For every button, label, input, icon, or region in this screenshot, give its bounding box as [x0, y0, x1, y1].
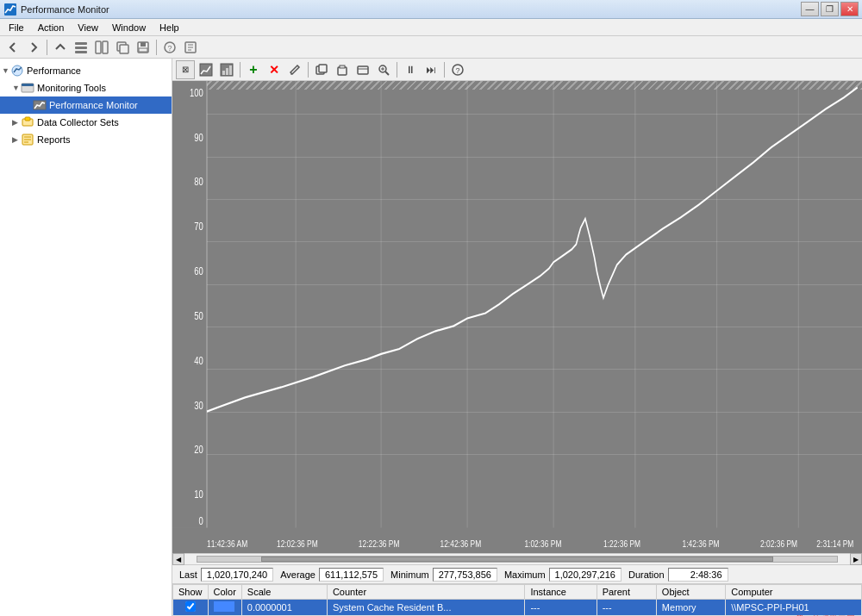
- toolbar-sep-2: [156, 40, 157, 55]
- table-row[interactable]: 0.0000001 System Cache Resident B... ---…: [173, 600, 862, 616]
- performance-icon: [10, 64, 24, 78]
- last-value: 1,020,170,240: [201, 568, 273, 582]
- svg-rect-29: [222, 71, 225, 75]
- help-button[interactable]: ?: [160, 38, 179, 57]
- sidebar-item-monitoring-tools[interactable]: ▼ Monitoring Tools: [0, 79, 172, 96]
- reports-icon: [21, 133, 34, 146]
- app-icon: [3, 3, 17, 16]
- title-bar: Performance Monitor — ❐ ✕: [0, 0, 862, 19]
- back-button[interactable]: [3, 38, 22, 57]
- svg-text:40: 40: [194, 354, 203, 366]
- svg-text:70: 70: [194, 221, 203, 233]
- sidebar-item-perf-monitor[interactable]: ▶ Performance Monitor: [0, 96, 172, 114]
- svg-text:10: 10: [194, 488, 203, 501]
- row-counter: System Cache Resident B...: [327, 600, 525, 616]
- svg-text:60: 60: [194, 265, 203, 277]
- svg-text:0: 0: [199, 515, 203, 527]
- chart-view-button[interactable]: ⊠: [176, 60, 195, 79]
- svg-text:1:02:36 PM: 1:02:36 PM: [524, 538, 561, 549]
- sidebar-item-reports[interactable]: ▶ Reports: [0, 131, 172, 148]
- edit-counter-button[interactable]: [285, 60, 304, 79]
- svg-text:30: 30: [194, 399, 203, 411]
- restore-button[interactable]: ❐: [821, 2, 839, 16]
- clear-button[interactable]: [353, 60, 372, 79]
- menu-help[interactable]: Help: [153, 21, 186, 34]
- chart-type-button[interactable]: [217, 60, 236, 79]
- col-computer: Computer: [726, 585, 862, 600]
- svg-rect-3: [75, 51, 87, 53]
- svg-rect-4: [96, 41, 101, 53]
- chart-help-button[interactable]: ?: [448, 60, 467, 79]
- menu-bar: File Action View Window Help: [0, 19, 862, 36]
- chart-sep-1: [240, 62, 240, 78]
- scroll-left-button[interactable]: ◀: [172, 553, 184, 565]
- title-bar-text: Performance Monitor: [21, 4, 801, 15]
- sidebar: ▼ Performance ▼ Monitoring Tools ▶: [0, 59, 172, 616]
- title-bar-buttons: — ❐ ✕: [801, 2, 859, 16]
- chart-toolbar: ⊠ + ✕: [172, 59, 862, 81]
- row-show: [173, 600, 209, 616]
- expand-icon-reports: ▶: [12, 135, 21, 144]
- copy-button[interactable]: [312, 60, 331, 79]
- col-object: Object: [656, 585, 725, 600]
- scroll-track[interactable]: [197, 556, 838, 563]
- perf-monitor-icon: [33, 98, 47, 112]
- color-swatch: [214, 601, 234, 612]
- up-button[interactable]: [51, 38, 70, 57]
- average-value: 611,112,575: [319, 568, 384, 582]
- svg-text:2:31:14 PM: 2:31:14 PM: [816, 538, 853, 549]
- svg-rect-19: [22, 84, 34, 86]
- monitoring-tools-icon: [21, 81, 34, 95]
- paste-button[interactable]: [333, 60, 352, 79]
- show-checkbox[interactable]: [185, 601, 196, 612]
- next-button[interactable]: ⏭: [422, 60, 440, 79]
- sidebar-item-performance[interactable]: ▼ Performance: [0, 62, 172, 79]
- remove-counter-button[interactable]: ✕: [265, 60, 284, 79]
- chart-sep-4: [444, 62, 445, 78]
- view-button[interactable]: [72, 38, 91, 57]
- show-hide-button[interactable]: [92, 38, 111, 57]
- row-scale: 0.0000001: [241, 600, 327, 616]
- sidebar-item-data-collector[interactable]: ▶ Data Collector Sets: [0, 114, 172, 131]
- properties-button[interactable]: [181, 38, 200, 57]
- data-table-container: Show Color Scale Counter Instance Parent…: [172, 584, 862, 616]
- row-object: Memory: [656, 600, 725, 616]
- chart-area: 100 90 80 70 60 50 40 30 20 10 0: [172, 81, 862, 553]
- col-parent: Parent: [597, 585, 656, 600]
- col-show: Show: [173, 585, 209, 600]
- forward-button[interactable]: [24, 38, 43, 57]
- svg-rect-1: [75, 42, 87, 45]
- scrollbar-area: ◀ ▶: [172, 553, 862, 565]
- new-window-button[interactable]: [113, 38, 132, 57]
- svg-text:12:42:36 PM: 12:42:36 PM: [440, 538, 482, 549]
- scroll-thumb[interactable]: [261, 557, 773, 562]
- close-button[interactable]: ✕: [840, 2, 859, 16]
- data-collector-label: Data Collector Sets: [37, 117, 119, 128]
- svg-text:?: ?: [167, 44, 172, 53]
- pause-button[interactable]: ⏸: [401, 60, 420, 79]
- zoom-button[interactable]: [374, 60, 393, 79]
- scroll-right-button[interactable]: ▶: [850, 553, 862, 565]
- svg-text:11:42:36 AM: 11:42:36 AM: [207, 538, 247, 549]
- chart-sep-2: [308, 62, 309, 78]
- chart-svg: 100 90 80 70 60 50 40 30 20 10 0: [172, 81, 862, 553]
- row-instance: ---: [525, 600, 597, 616]
- minimize-button[interactable]: —: [801, 2, 819, 16]
- svg-rect-36: [340, 65, 345, 68]
- menu-view[interactable]: View: [71, 21, 105, 34]
- svg-text:1:22:36 PM: 1:22:36 PM: [603, 538, 640, 549]
- svg-text:1:42:36 PM: 1:42:36 PM: [683, 538, 720, 549]
- menu-action[interactable]: Action: [31, 21, 72, 34]
- col-color: Color: [208, 585, 241, 600]
- menu-window[interactable]: Window: [105, 21, 153, 34]
- save-button[interactable]: [134, 38, 153, 57]
- svg-rect-31: [229, 65, 232, 75]
- add-counter-button[interactable]: +: [244, 60, 263, 79]
- svg-rect-22: [25, 117, 30, 121]
- svg-text:20: 20: [194, 444, 203, 456]
- svg-text:100: 100: [190, 86, 203, 98]
- chart-line-button[interactable]: [197, 60, 216, 79]
- svg-rect-27: [200, 64, 212, 76]
- svg-rect-7: [120, 45, 128, 53]
- menu-file[interactable]: File: [2, 21, 31, 34]
